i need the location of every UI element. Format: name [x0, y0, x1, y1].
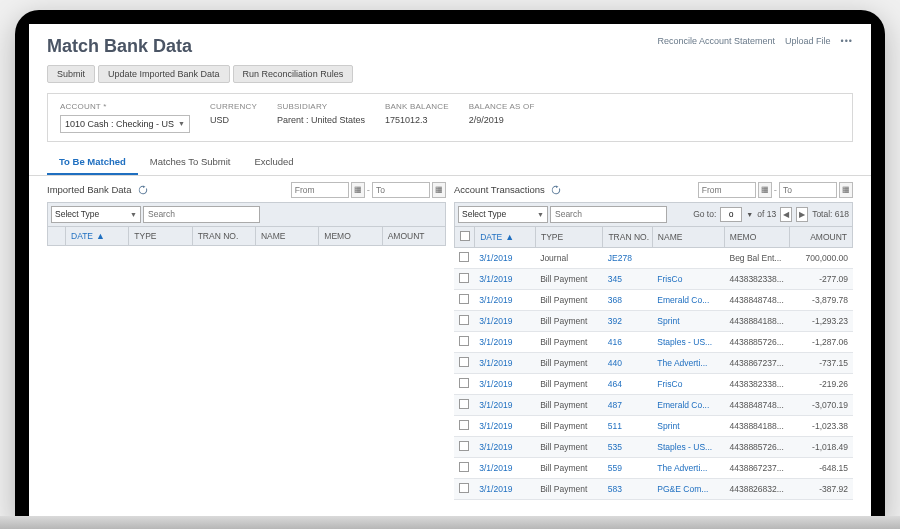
tab-matches-to-submit[interactable]: Matches To Submit [138, 150, 243, 175]
cell-tranno[interactable]: 583 [603, 479, 653, 500]
row-checkbox[interactable] [459, 273, 469, 283]
cell-name[interactable]: The Adverti... [652, 458, 724, 479]
table-row[interactable]: 3/1/2019Bill Payment440The Adverti...443… [454, 353, 853, 374]
left-type-select[interactable]: Select Type▼ [51, 206, 141, 223]
col-memo[interactable]: MEMO [319, 227, 382, 246]
cell-tranno[interactable]: 464 [603, 374, 653, 395]
table-row[interactable]: 3/1/2019Bill Payment368Emerald Co...4438… [454, 290, 853, 311]
cell-tranno[interactable]: JE278 [603, 248, 653, 269]
row-checkbox[interactable] [459, 378, 469, 388]
cell-name[interactable]: The Adverti... [652, 353, 724, 374]
table-row[interactable]: 3/1/2019Bill Payment583PG&E Com...443882… [454, 479, 853, 500]
col-date[interactable]: DATE▲ [66, 227, 129, 246]
cell-name[interactable]: FrisCo [652, 269, 724, 290]
col-type[interactable]: TYPE [535, 227, 602, 248]
cell-tranno[interactable]: 440 [603, 353, 653, 374]
cell-name[interactable]: Sprint [652, 416, 724, 437]
cell-name[interactable]: Emerald Co... [652, 395, 724, 416]
cell-tranno[interactable]: 345 [603, 269, 653, 290]
next-page-button[interactable]: ▶ [796, 207, 808, 222]
cell-amount: -3,879.78 [790, 290, 853, 311]
row-checkbox[interactable] [459, 294, 469, 304]
table-row[interactable]: 3/1/2019Bill Payment511Sprint4438884188.… [454, 416, 853, 437]
table-row[interactable]: 3/1/2019Bill Payment464FrisCo4438382338.… [454, 374, 853, 395]
row-checkbox[interactable] [459, 399, 469, 409]
more-menu-icon[interactable]: ••• [841, 36, 853, 46]
row-checkbox[interactable] [459, 336, 469, 346]
cell-tranno[interactable]: 559 [603, 458, 653, 479]
run-rules-button[interactable]: Run Reconciliation Rules [233, 65, 354, 83]
cell-type: Bill Payment [535, 458, 603, 479]
goto-input[interactable] [720, 207, 742, 222]
row-checkbox[interactable] [459, 252, 469, 262]
cell-name[interactable]: Sprint [652, 311, 724, 332]
cell-amount: -277.09 [790, 269, 853, 290]
reconcile-link[interactable]: Reconcile Account Statement [657, 36, 775, 46]
col-name[interactable]: NAME [255, 227, 318, 246]
refresh-icon[interactable] [551, 185, 561, 195]
col-tranno[interactable]: TRAN NO. [603, 227, 652, 248]
laptop-frame: Match Bank Data Reconcile Account Statem… [15, 10, 885, 520]
cell-name[interactable]: Staples - US... [652, 332, 724, 353]
cell-name[interactable]: FrisCo [652, 374, 724, 395]
right-search-input[interactable] [550, 206, 667, 223]
cell-name[interactable]: Emerald Co... [652, 290, 724, 311]
table-row[interactable]: 3/1/2019Bill Payment535Staples - US...44… [454, 437, 853, 458]
cell-memo: 4438884188... [724, 311, 789, 332]
col-type[interactable]: TYPE [129, 227, 192, 246]
col-name[interactable]: NAME [652, 227, 724, 248]
account-select[interactable]: 1010 Cash : Checking - US ▼ [60, 115, 190, 133]
chevron-down-icon: ▼ [178, 120, 185, 127]
cell-name[interactable]: PG&E Com... [652, 479, 724, 500]
cell-tranno[interactable]: 416 [603, 332, 653, 353]
right-from-date[interactable] [698, 182, 756, 198]
table-row[interactable]: 3/1/2019JournalJE278Beg Bal Ent...700,00… [454, 248, 853, 269]
left-to-date[interactable] [372, 182, 430, 198]
cell-name[interactable] [652, 248, 724, 269]
cell-tranno[interactable]: 368 [603, 290, 653, 311]
calendar-icon[interactable]: ▦ [351, 182, 365, 198]
calendar-icon[interactable]: ▦ [432, 182, 446, 198]
row-checkbox[interactable] [459, 441, 469, 451]
col-tranno[interactable]: TRAN NO. [192, 227, 255, 246]
cell-tranno[interactable]: 535 [603, 437, 653, 458]
cell-date: 3/1/2019 [474, 374, 535, 395]
right-to-date[interactable] [779, 182, 837, 198]
prev-page-button[interactable]: ◀ [780, 207, 792, 222]
cell-tranno[interactable]: 487 [603, 395, 653, 416]
table-row[interactable]: 3/1/2019Bill Payment345FrisCo4438382338.… [454, 269, 853, 290]
select-all-checkbox[interactable] [460, 231, 470, 241]
update-bank-data-button[interactable]: Update Imported Bank Data [98, 65, 230, 83]
table-row[interactable]: 3/1/2019Bill Payment416Staples - US...44… [454, 332, 853, 353]
row-checkbox[interactable] [459, 483, 469, 493]
refresh-icon[interactable] [138, 185, 148, 195]
left-from-date[interactable] [291, 182, 349, 198]
chevron-down-icon: ▼ [130, 211, 137, 218]
calendar-icon[interactable]: ▦ [758, 182, 772, 198]
col-amount[interactable]: AMOUNT [382, 227, 445, 246]
right-type-select[interactable]: Select Type▼ [458, 206, 548, 223]
imported-bank-data-panel: Imported Bank Data ▦ - ▦ Select Type▼ DA… [47, 182, 446, 500]
cell-tranno[interactable]: 511 [603, 416, 653, 437]
cell-name[interactable]: Staples - US... [652, 437, 724, 458]
calendar-icon[interactable]: ▦ [839, 182, 853, 198]
cell-memo: Beg Bal Ent... [724, 248, 789, 269]
upload-file-link[interactable]: Upload File [785, 36, 831, 46]
tab-to-be-matched[interactable]: To Be Matched [47, 150, 138, 175]
row-checkbox[interactable] [459, 315, 469, 325]
cell-amount: -3,070.19 [790, 395, 853, 416]
row-checkbox[interactable] [459, 357, 469, 367]
cell-memo: 4438884188... [724, 416, 789, 437]
tab-excluded[interactable]: Excluded [242, 150, 305, 175]
table-row[interactable]: 3/1/2019Bill Payment392Sprint4438884188.… [454, 311, 853, 332]
submit-button[interactable]: Submit [47, 65, 95, 83]
row-checkbox[interactable] [459, 420, 469, 430]
col-memo[interactable]: MEMO [724, 227, 789, 248]
row-checkbox[interactable] [459, 462, 469, 472]
col-date[interactable]: DATE▲ [475, 227, 536, 248]
col-amount[interactable]: AMOUNT [790, 227, 853, 248]
left-search-input[interactable] [143, 206, 260, 223]
table-row[interactable]: 3/1/2019Bill Payment559The Adverti...443… [454, 458, 853, 479]
table-row[interactable]: 3/1/2019Bill Payment487Emerald Co...4438… [454, 395, 853, 416]
cell-tranno[interactable]: 392 [603, 311, 653, 332]
